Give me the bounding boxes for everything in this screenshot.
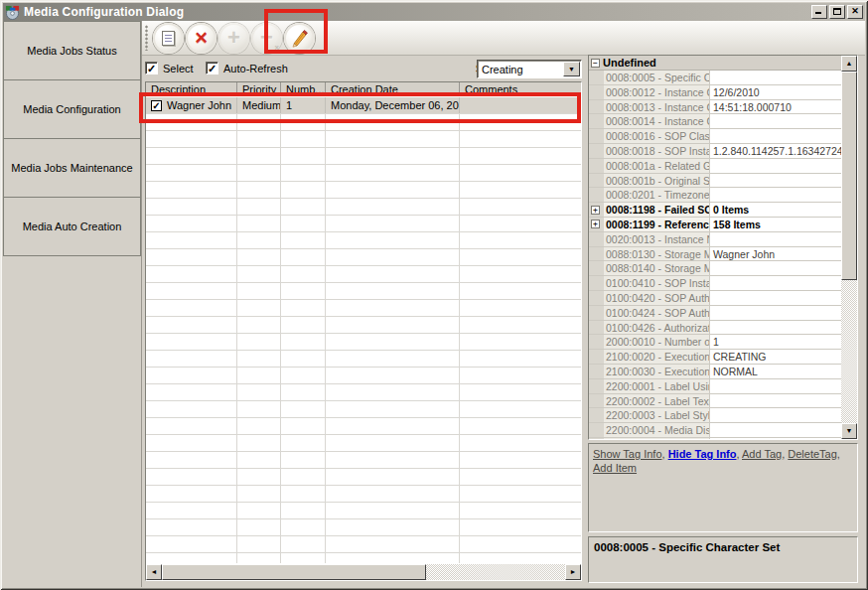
tag-row[interactable]: 2000:0010 - Number of C1 bbox=[589, 335, 841, 350]
scroll-left-icon[interactable]: ◄ bbox=[146, 564, 162, 580]
tag-row[interactable]: 2200:0005 - Barcode V bbox=[589, 438, 841, 439]
status-dropdown[interactable]: Creating ▼ bbox=[477, 60, 582, 78]
horizontal-scrollbar-thumb[interactable] bbox=[162, 564, 426, 580]
scroll-down-icon[interactable]: ▼ bbox=[841, 423, 857, 439]
expand-expander-icon[interactable]: + bbox=[591, 206, 600, 215]
empty-cell bbox=[146, 334, 237, 350]
tag-value bbox=[710, 438, 841, 439]
select-checkbox[interactable]: ✓ bbox=[145, 62, 158, 74]
tag-row[interactable]: 0008:0018 - SOP Instan1.2.840.114257.1.1… bbox=[589, 144, 841, 159]
tag-row[interactable]: +0008:1198 - Failed SOP0 Items bbox=[589, 203, 841, 218]
tag-row[interactable]: 0088:0130 - Storage MeWagner John bbox=[589, 247, 841, 262]
row-checkbox[interactable]: ✓ bbox=[151, 100, 162, 111]
tag-row[interactable]: 0008:001b - Original Sp bbox=[589, 174, 841, 189]
horizontal-scrollbar[interactable]: ◄ ► bbox=[146, 564, 581, 580]
tag-row-gutter bbox=[589, 365, 604, 378]
vertical-scrollbar[interactable]: ▲ ▼ bbox=[841, 56, 857, 439]
tag-row[interactable]: 2100:0020 - Execution SCREATING bbox=[589, 350, 841, 365]
chevron-down-icon[interactable]: ▼ bbox=[563, 62, 580, 76]
empty-cell bbox=[460, 503, 581, 518]
tag-row-gutter bbox=[589, 71, 604, 84]
job-row[interactable]: ✓Wagner JohnMedium1Monday, December 06, … bbox=[146, 97, 581, 114]
column-header-numb[interactable]: Numb... bbox=[281, 82, 326, 95]
empty-cell bbox=[146, 232, 237, 248]
sidebar-item-media-auto-creation[interactable]: Media Auto Creation bbox=[3, 197, 141, 256]
edit-button[interactable] bbox=[284, 23, 315, 54]
maximize-button[interactable] bbox=[829, 5, 845, 19]
link-add-tag[interactable]: Add Tag bbox=[742, 448, 782, 460]
column-header-priority[interactable]: Priority bbox=[237, 82, 281, 95]
delete-button[interactable]: ✕ bbox=[186, 23, 217, 54]
tag-row[interactable]: 0020:0013 - Instance Nu bbox=[589, 232, 841, 247]
sidebar-item-media-jobs-maintenance[interactable]: Media Jobs Maintenance bbox=[3, 138, 141, 198]
tag-row[interactable]: 0100:0426 - Authorizati bbox=[589, 321, 841, 336]
expand-expander-icon[interactable]: + bbox=[591, 220, 600, 228]
tag-row[interactable]: 0100:0424 - SOP Autho bbox=[589, 306, 841, 321]
empty-cell bbox=[146, 249, 237, 265]
add-alt-button[interactable]: +x bbox=[251, 23, 282, 54]
link-deletetag[interactable]: DeleteTag bbox=[788, 448, 837, 460]
empty-cell bbox=[237, 266, 281, 282]
empty-cell bbox=[146, 469, 237, 485]
minimize-button[interactable] bbox=[811, 5, 827, 19]
empty-table-row bbox=[146, 148, 581, 165]
empty-cell bbox=[237, 249, 281, 265]
sidebar-item-media-jobs-status[interactable]: Media Jobs Status bbox=[3, 21, 141, 80]
empty-table-row bbox=[146, 334, 581, 351]
pencil-icon bbox=[290, 28, 310, 48]
link-hide-tag-info[interactable]: Hide Tag Info bbox=[668, 448, 737, 460]
tag-row[interactable]: 0008:001a - Related Ge bbox=[589, 159, 841, 174]
column-header-creation-date[interactable]: Creation Date bbox=[326, 82, 460, 95]
link-show-tag-info[interactable]: Show Tag Info bbox=[593, 448, 662, 460]
tag-row[interactable]: 0088:0140 - Storage Me bbox=[589, 261, 841, 276]
empty-cell bbox=[326, 114, 460, 130]
tag-row[interactable]: 2200:0004 - Media Disp bbox=[589, 423, 841, 438]
tag-row[interactable]: 0008:0012 - Instance Cr12/6/2010 bbox=[589, 85, 841, 100]
tag-id-label: 0008:0012 - Instance Cr bbox=[604, 85, 710, 99]
tag-value bbox=[710, 261, 841, 275]
add-button[interactable]: + bbox=[218, 23, 249, 54]
tag-row[interactable]: 0008:0005 - Specific Ch bbox=[589, 71, 841, 85]
column-header-comments[interactable]: Comments bbox=[460, 82, 581, 95]
empty-cell bbox=[326, 182, 460, 198]
collapse-expander-icon[interactable]: − bbox=[591, 59, 600, 68]
tag-row[interactable]: 0100:0420 - SOP Autho bbox=[589, 291, 841, 306]
scroll-right-icon[interactable]: ► bbox=[565, 564, 581, 580]
tag-row[interactable]: 2200:0001 - Label Usin bbox=[589, 379, 841, 394]
tag-value: CREATING bbox=[710, 350, 841, 364]
view-button[interactable] bbox=[153, 23, 184, 54]
tag-group-header[interactable]: − Undefined bbox=[589, 56, 841, 71]
scroll-up-icon[interactable]: ▲ bbox=[841, 56, 857, 72]
sidebar-item-media-configuration[interactable]: Media Configuration bbox=[3, 79, 141, 139]
empty-table-row bbox=[146, 536, 581, 553]
link-add-item[interactable]: Add Item bbox=[593, 462, 637, 474]
tag-row-gutter bbox=[589, 291, 604, 305]
empty-table-row bbox=[146, 114, 581, 131]
tag-row[interactable]: 0008:0014 - Instance Cr bbox=[589, 114, 841, 129]
empty-cell bbox=[326, 536, 460, 552]
empty-table-row bbox=[146, 469, 581, 486]
auto-refresh-checkbox[interactable]: ✓ bbox=[206, 62, 218, 74]
vertical-scrollbar-thumb[interactable] bbox=[841, 72, 857, 280]
tag-id-label: 2200:0004 - Media Disp bbox=[604, 423, 710, 437]
empty-table-row bbox=[146, 199, 581, 216]
title-bar[interactable]: Media Configuration Dialog ✕ bbox=[3, 3, 865, 21]
tag-row[interactable]: 2200:0003 - Label Style bbox=[589, 408, 841, 423]
tag-row[interactable]: 0008:0201 - Timezone O bbox=[589, 188, 841, 203]
empty-cell bbox=[237, 384, 281, 400]
tag-row[interactable]: 0008:0016 - SOP Class I bbox=[589, 129, 841, 144]
tag-row[interactable]: 0100:0410 - SOP Instan bbox=[589, 276, 841, 291]
window-title: Media Configuration Dialog bbox=[24, 5, 184, 19]
tag-id-label: 2100:0020 - Execution S bbox=[604, 350, 710, 364]
empty-cell bbox=[460, 452, 581, 468]
tag-row[interactable]: 2100:0030 - Execution SNORMAL bbox=[589, 365, 841, 379]
empty-cell bbox=[237, 317, 281, 333]
tag-row[interactable]: 0008:0013 - Instance Cr14:51:18.000710 bbox=[589, 100, 841, 115]
tag-row[interactable]: 2200:0002 - Label Text bbox=[589, 394, 841, 409]
toolbar-grip-handle[interactable] bbox=[145, 25, 148, 51]
toolbar: ✕++x bbox=[142, 21, 865, 56]
empty-table-row bbox=[146, 486, 581, 503]
tag-row[interactable]: +0008:1199 - Referenced158 Items bbox=[589, 218, 841, 232]
column-header-description[interactable]: Description bbox=[146, 82, 237, 95]
close-button[interactable]: ✕ bbox=[847, 5, 863, 19]
